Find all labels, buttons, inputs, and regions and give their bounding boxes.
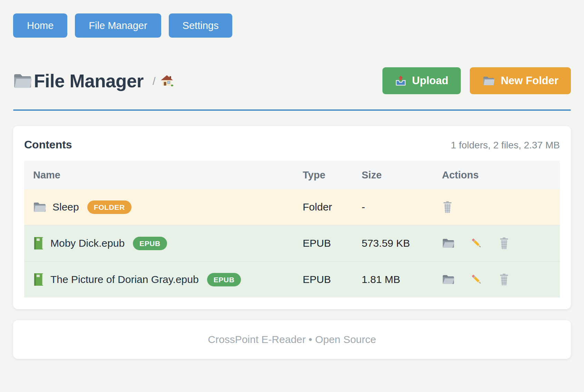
row-actions — [442, 201, 560, 214]
column-header-name: Name — [24, 169, 303, 181]
trash-icon — [442, 201, 453, 214]
header-divider — [13, 109, 571, 111]
pencil-icon — [470, 237, 483, 249]
file-name: The Picture of Dorian Gray.epub — [50, 274, 199, 285]
folder-open-icon — [442, 238, 455, 248]
trash-icon — [499, 273, 509, 286]
header-buttons: Upload New Folder — [382, 67, 571, 94]
file-type: EPUB — [303, 237, 362, 249]
page: Home File Manager Settings File Manager … — [0, 0, 584, 359]
house-icon[interactable] — [160, 75, 173, 87]
file-size: 573.59 KB — [362, 237, 442, 249]
folder-icon — [483, 76, 495, 86]
file-name: Sleep — [52, 201, 79, 213]
green-book-icon — [33, 273, 44, 286]
delete-button[interactable] — [499, 273, 509, 286]
green-book-icon — [33, 237, 44, 250]
file-size: 1.81 MB — [362, 274, 442, 285]
table-row[interactable]: Sleep FOLDER Folder - — [24, 189, 560, 225]
file-table: Name Type Size Actions Sleep FOLDER Fold… — [24, 161, 560, 297]
open-button[interactable] — [442, 238, 455, 248]
table-row[interactable]: The Picture of Dorian Gray.epub EPUB EPU… — [24, 261, 560, 297]
footer-text: CrossPoint E-Reader • Open Source — [208, 334, 376, 345]
new-folder-button[interactable]: New Folder — [470, 67, 571, 94]
column-header-size: Size — [362, 169, 442, 181]
row-actions — [442, 237, 560, 250]
file-size: - — [362, 201, 442, 213]
breadcrumb-separator: / — [153, 76, 156, 87]
delete-button[interactable] — [442, 201, 453, 214]
table-row[interactable]: Moby Dick.epub EPUB EPUB 573.59 KB — [24, 225, 560, 261]
page-title: File Manager — [34, 70, 144, 91]
name-cell: Moby Dick.epub EPUB — [24, 237, 303, 250]
breadcrumb: / — [153, 75, 173, 87]
folder-open-icon — [442, 274, 455, 285]
pencil-icon — [470, 273, 483, 286]
outbox-tray-icon — [395, 75, 407, 86]
open-button[interactable] — [442, 274, 455, 285]
contents-card: Contents 1 folders, 2 files, 2.37 MB Nam… — [13, 126, 571, 309]
nav-file-manager-button[interactable]: File Manager — [75, 13, 161, 38]
file-name: Moby Dick.epub — [50, 237, 125, 249]
upload-button[interactable]: Upload — [382, 67, 461, 94]
type-badge: EPUB — [207, 273, 241, 286]
folder-icon — [33, 202, 46, 213]
contents-stats: 1 folders, 2 files, 2.37 MB — [451, 140, 560, 151]
row-actions — [442, 273, 560, 286]
file-type: Folder — [303, 201, 362, 213]
trash-icon — [499, 237, 509, 250]
column-header-actions: Actions — [442, 169, 560, 181]
file-type: EPUB — [303, 274, 362, 285]
edit-button[interactable] — [470, 273, 483, 286]
footer-card: CrossPoint E-Reader • Open Source — [13, 320, 571, 359]
type-badge: EPUB — [133, 237, 167, 250]
column-header-type: Type — [303, 169, 362, 181]
top-nav: Home File Manager Settings — [13, 13, 571, 38]
table-header-row: Name Type Size Actions — [24, 161, 560, 189]
table-body: Sleep FOLDER Folder - Moby Dick.epub EPU… — [24, 189, 560, 297]
delete-button[interactable] — [499, 237, 509, 250]
title-wrap: File Manager / — [13, 70, 173, 91]
name-cell: The Picture of Dorian Gray.epub EPUB — [24, 273, 303, 286]
type-badge: FOLDER — [87, 200, 132, 214]
contents-heading: Contents — [24, 138, 72, 151]
nav-settings-button[interactable]: Settings — [169, 13, 233, 38]
upload-button-label: Upload — [412, 75, 448, 87]
edit-button[interactable] — [470, 237, 483, 249]
page-header: File Manager / Upload N — [13, 67, 571, 94]
contents-card-header: Contents 1 folders, 2 files, 2.37 MB — [24, 138, 560, 151]
new-folder-button-label: New Folder — [501, 75, 558, 87]
folder-icon — [13, 73, 32, 89]
nav-home-button[interactable]: Home — [13, 13, 67, 38]
name-cell: Sleep FOLDER — [24, 200, 303, 214]
